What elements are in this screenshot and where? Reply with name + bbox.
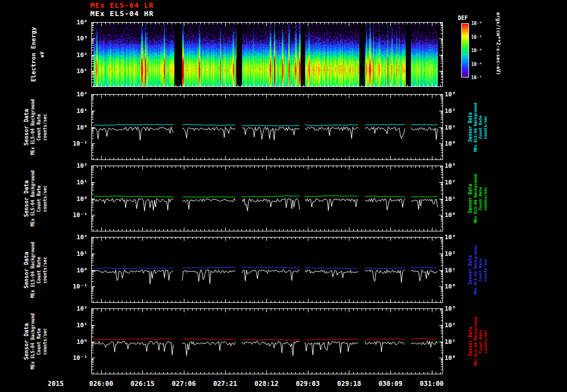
count-rate-label: Count Rate <box>37 237 42 303</box>
line-plot-canvas <box>91 237 443 303</box>
panel-left-axis-label: Sensor Data MEx ELS-04 Background Count … <box>23 94 48 160</box>
background-label-right: MEx ELS-04 Background <box>473 308 478 374</box>
sensor-data-label: Sensor Data <box>23 308 29 374</box>
panel-right-ticks: 10³10²10¹10⁰ <box>445 166 469 231</box>
panel-right-ticks: 10³10²10¹10⁰ <box>445 237 469 303</box>
line-plot-canvas <box>91 308 443 374</box>
axis-tick-label: 10² <box>76 91 87 98</box>
axis-tick-label: 10¹ <box>445 338 456 345</box>
axis-tick-label: 10¹ <box>445 124 456 131</box>
colorbar-ticks: 10⁻³10⁻⁴10⁻⁵10⁻⁶10⁻⁷ <box>471 23 493 78</box>
line-plot-canvas <box>91 166 443 231</box>
panel-right-ticks: 10³10²10¹10⁰ <box>445 308 469 374</box>
sensor-data-label: Sensor Data <box>23 237 29 303</box>
panel-left-axis-label: Sensor Data MEx ELS-04 Background Count … <box>23 237 48 303</box>
axis-tick-label: 10³ <box>445 234 456 241</box>
count-rate-label: Count Rate <box>37 94 42 160</box>
x-axis-tick-label: 027:21 <box>208 380 243 388</box>
spectrogram-y-axis-label: Electron Energy eV <box>30 22 45 87</box>
panel-left-ticks: 10²10¹10⁰10⁻¹ <box>52 308 87 374</box>
axis-tick-label: 10¹ <box>445 195 456 203</box>
axis-tick-label: 10² <box>76 162 87 169</box>
x-axis-tick-label: 027:06 <box>166 380 202 388</box>
sensor-data-label-right: Sensor Data <box>468 166 473 231</box>
panel-right-axis-label: Sensor Data MEx ELS-04 Background Count … <box>468 94 488 160</box>
sensor-data-label-right: Sensor Data <box>468 94 473 160</box>
spectrogram-canvas <box>91 22 443 87</box>
x-axis-tick-label: 029:18 <box>331 380 367 388</box>
panel-left-ticks: 10²10¹10⁰10⁻¹ <box>52 94 87 160</box>
line-plot-canvas <box>91 94 443 160</box>
count-rate-label-right: Count Rate <box>478 237 483 303</box>
axis-tick-label: 10⁰ <box>445 140 456 147</box>
axis-tick-label: 10¹ <box>76 322 87 329</box>
axis-tick-label: 10¹ <box>76 68 87 75</box>
panel-right-ticks: 10³10²10¹10⁰ <box>445 94 469 160</box>
panel-left-ticks: 10²10¹10⁰10⁻¹ <box>52 166 87 231</box>
axis-tick-label: 10⁰ <box>76 124 87 131</box>
colorbar-tick-label: 10⁻⁵ <box>471 48 482 53</box>
axis-tick-label: 10¹ <box>76 107 87 115</box>
count-rate-label-right: Count Rate <box>478 166 483 231</box>
background-label: MEx ELS-04 Background <box>30 308 35 374</box>
sensor-data-label-right: Sensor Data <box>468 308 473 374</box>
axis-tick-label: 10⁻¹ <box>73 212 88 219</box>
x-axis-tick-label: 029:03 <box>290 380 326 388</box>
axis-tick-label: 10⁰ <box>445 283 456 290</box>
background-label: MEx ELS-04 Background <box>30 237 35 303</box>
count-rate-label: Count Rate <box>37 166 42 231</box>
axis-tick-label: 10⁰ <box>445 354 456 362</box>
colorbar-tick-label: 10⁻⁶ <box>471 62 482 67</box>
panel-right-axis-label: Sensor Data MEx ELS-04 Background Count … <box>468 237 488 303</box>
axis-tick-label: 10⁰ <box>76 195 87 203</box>
axis-tick-label: 10⁴ <box>76 19 87 26</box>
axis-tick-label: 10² <box>76 234 87 241</box>
sensor-data-label: Sensor Data <box>23 94 29 160</box>
counts-sec-label-right: counts/sec <box>483 237 488 303</box>
colorbar-canvas <box>461 23 469 78</box>
colorbar-tick-label: 10⁻⁴ <box>471 35 482 40</box>
x-axis-tick-label: 031:00 <box>414 380 450 388</box>
spectrogram-y-ticks: 10⁴10³10²10¹ <box>65 22 87 87</box>
line-panel-red: Sensor Data MEx ELS-04 Background Count … <box>0 308 567 374</box>
axis-tick-label: 10¹ <box>445 267 456 274</box>
axis-tick-label: 10² <box>76 305 87 312</box>
background-label-right: MEx ELS-04 Background <box>473 94 478 160</box>
panel-left-axis-label: Sensor Data MEx ELS-04 Background Count … <box>23 308 48 374</box>
axis-tick-label: 10⁻¹ <box>73 283 88 290</box>
axis-tick-label: 10⁰ <box>76 267 87 274</box>
electron-energy-label: Electron Energy <box>30 22 37 87</box>
axis-tick-label: 10² <box>445 179 456 186</box>
colorbar-title: DEF <box>458 15 468 21</box>
colorbar-tick-label: 10⁻⁷ <box>471 75 482 80</box>
counts-sec-label-right: counts/sec <box>483 308 488 374</box>
x-axis-tick-labels: 026:00026:15027:06027:21028:12029:03029:… <box>0 380 567 390</box>
background-label: MEx ELS-04 Background <box>30 166 35 231</box>
axis-tick-label: 10² <box>445 250 456 257</box>
background-label: MEx ELS-04 Background <box>30 94 35 160</box>
axis-tick-label: 10¹ <box>76 250 87 257</box>
x-axis-tick-label: 026:15 <box>125 380 160 388</box>
axis-tick-label: 10² <box>76 51 87 59</box>
counts-sec-label: counts/sec <box>43 166 48 231</box>
counts-sec-label: counts/sec <box>43 237 48 303</box>
axis-tick-label: 10² <box>445 107 456 115</box>
axis-tick-label: 10³ <box>445 91 456 98</box>
axis-tick-label: 10⁰ <box>445 212 456 219</box>
axis-tick-label: 10⁰ <box>76 338 87 345</box>
colorbar-tick-label: 10⁻³ <box>471 21 482 26</box>
axis-tick-label: 10⁻¹ <box>73 354 88 362</box>
count-rate-label-right: Count Rate <box>478 308 483 374</box>
ev-units-label: eV <box>39 22 45 87</box>
panel-right-axis-label: Sensor Data MEx ELS-04 Background Count … <box>468 308 488 374</box>
panel-left-ticks: 10²10¹10⁰10⁻¹ <box>52 237 87 303</box>
axis-tick-label: 10¹ <box>76 179 87 186</box>
sensor-data-label-right: Sensor Data <box>468 237 473 303</box>
axis-tick-label: 10³ <box>445 305 456 312</box>
plot-title-lr: MEx ELS-04 LR <box>90 1 154 9</box>
x-axis-tick-label: 030:09 <box>373 380 408 388</box>
panel-left-axis-label: Sensor Data MEx ELS-04 Background Count … <box>23 166 48 231</box>
x-axis-tick-label: 026:00 <box>84 380 119 388</box>
line-panel-green: Sensor Data MEx ELS-04 Background Count … <box>0 166 567 231</box>
plot-title-hr: MEx ELS-04 HR <box>90 9 154 18</box>
